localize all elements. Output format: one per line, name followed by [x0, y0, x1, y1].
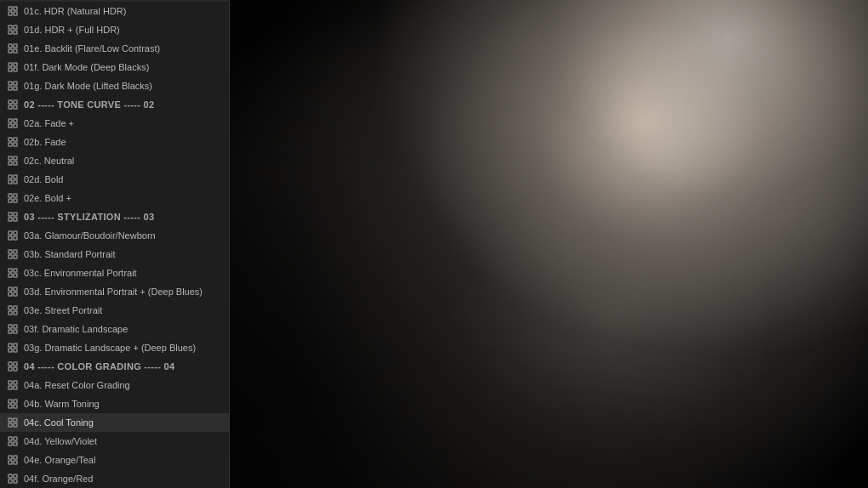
sidebar-item-item-01g[interactable]: 01g. Dark Mode (Lifted Blacks) [0, 77, 229, 95]
preset-icon [7, 304, 19, 316]
svg-rect-63 [14, 236, 17, 240]
svg-rect-81 [14, 325, 17, 328]
preview-panel [230, 0, 868, 488]
svg-rect-65 [14, 250, 17, 253]
preset-icon [7, 454, 19, 466]
svg-rect-74 [9, 292, 12, 296]
preset-icon [7, 342, 19, 354]
sidebar-item-item-03c[interactable]: 03c. Environmental Portrait [0, 264, 229, 282]
svg-rect-94 [9, 386, 12, 389]
svg-rect-60 [9, 231, 12, 235]
svg-rect-21 [14, 44, 17, 48]
sidebar-item-item-03d[interactable]: 03d. Environmental Portrait + (Deep Blue… [0, 282, 229, 301]
svg-rect-84 [9, 343, 12, 347]
sidebar-item-item-03g[interactable]: 03g. Dramatic Landscape + (Deep Blues) [0, 338, 229, 357]
svg-rect-44 [9, 156, 12, 160]
svg-rect-91 [14, 367, 17, 371]
preset-icon [7, 379, 19, 391]
svg-rect-34 [9, 105, 12, 109]
sidebar-item-label: 02d. Bold [24, 174, 63, 184]
sidebar-item-item-03f[interactable]: 03f. Dramatic Landscape [0, 320, 229, 338]
sidebar-item-label: 02a. Fade + [24, 118, 74, 128]
sidebar-item-item-02a[interactable]: 02a. Fade + [0, 114, 229, 133]
svg-rect-36 [9, 119, 12, 122]
sidebar-item-item-04e[interactable]: 04e. Orange/Teal [0, 451, 229, 469]
sidebar-item-item-04d[interactable]: 04d. Yellow/Violet [0, 432, 229, 451]
svg-rect-111 [14, 461, 17, 464]
sidebar-item-item-04c[interactable]: 04c. Cool Toning [0, 413, 229, 432]
sidebar-item-item-04f[interactable]: 04f. Orange/Red [0, 469, 229, 488]
sidebar-item-label: 01d. HDR + (Full HDR) [24, 25, 120, 35]
svg-rect-67 [14, 255, 17, 258]
sidebar-item-item-01d[interactable]: 01d. HDR + (Full HDR) [0, 20, 229, 39]
svg-rect-59 [14, 218, 17, 221]
svg-rect-56 [9, 213, 12, 216]
svg-rect-83 [14, 330, 17, 333]
svg-rect-38 [9, 124, 12, 128]
sidebar-item-section-02[interactable]: 02 ----- TONE CURVE ----- 02 [0, 95, 229, 114]
preset-icon [7, 155, 19, 167]
svg-rect-110 [9, 461, 12, 464]
svg-rect-75 [14, 292, 17, 296]
preset-icon [7, 136, 19, 148]
svg-rect-97 [14, 400, 17, 403]
sidebar-item-item-01f[interactable]: 01f. Dark Mode (Deep Blacks) [0, 58, 229, 77]
svg-rect-58 [9, 218, 12, 221]
svg-rect-20 [9, 44, 12, 48]
sidebar-item-item-03a[interactable]: 03a. Glamour/Boudoir/Newborn [0, 226, 229, 245]
svg-rect-27 [14, 68, 17, 71]
svg-rect-76 [9, 306, 12, 309]
svg-rect-61 [14, 231, 17, 235]
svg-rect-19 [14, 31, 17, 34]
svg-rect-82 [9, 330, 12, 333]
preset-icon [7, 192, 19, 204]
preset-icon [7, 360, 19, 372]
sidebar-item-item-01c[interactable]: 01c. HDR (Natural HDR) [0, 2, 229, 20]
sidebar-item-section-03[interactable]: 03 ----- STYLIZATION ----- 03 [0, 207, 229, 226]
svg-rect-28 [9, 82, 12, 85]
svg-rect-62 [9, 236, 12, 240]
preset-icon [7, 417, 19, 428]
svg-rect-96 [9, 400, 12, 403]
preset-icon [7, 230, 19, 241]
svg-rect-102 [9, 423, 12, 427]
sidebar-item-item-03b[interactable]: 03b. Standard Portrait [0, 245, 229, 264]
sidebar-item-label: 04d. Yellow/Violet [24, 436, 97, 446]
sidebar-item-label: 03d. Environmental Portrait + (Deep Blue… [24, 287, 203, 297]
svg-rect-17 [14, 26, 17, 29]
svg-rect-88 [9, 362, 12, 366]
photo-overlay [230, 0, 868, 488]
sidebar-item-item-03e[interactable]: 03e. Street Portrait [0, 301, 229, 320]
svg-rect-15 [14, 12, 17, 15]
sidebar-item-label: 04b. Warm Toning [24, 399, 100, 409]
svg-rect-54 [9, 199, 12, 202]
sidebar-item-item-02e[interactable]: 02e. Bold + [0, 189, 229, 207]
preset-icon [7, 61, 19, 73]
sidebar-item-item-01e[interactable]: 01e. Backlit (Flare/Low Contrast) [0, 39, 229, 58]
sidebar-item-item-04a[interactable]: 04a. Reset Color Grading [0, 376, 229, 394]
sidebar-item-label: 01f. Dark Mode (Deep Blacks) [24, 62, 149, 72]
sidebar-item-section-04[interactable]: 04 ----- COLOR GRADING ----- 04 [0, 357, 229, 376]
preset-icon [7, 267, 19, 279]
sidebar-item-label: 03 ----- STYLIZATION ----- 03 [24, 212, 154, 222]
sidebar-item-label: 03e. Street Portrait [24, 305, 102, 315]
sidebar-item-label: 03f. Dramatic Landscape [24, 324, 128, 334]
preset-icon [7, 24, 19, 36]
svg-rect-25 [14, 63, 17, 66]
sidebar-item-item-02b[interactable]: 02b. Fade [0, 133, 229, 151]
svg-rect-93 [14, 381, 17, 384]
sidebar: 01 ------ BW PROFILE + LIGHTING ----- 01… [0, 0, 230, 488]
sidebar-item-label: 04a. Reset Color Grading [24, 380, 130, 390]
svg-rect-37 [14, 119, 17, 122]
svg-rect-51 [14, 180, 17, 184]
sidebar-item-item-02c[interactable]: 02c. Neutral [0, 151, 229, 170]
sidebar-item-item-04b[interactable]: 04b. Warm Toning [0, 394, 229, 413]
sidebar-item-item-02d[interactable]: 02d. Bold [0, 170, 229, 189]
svg-rect-45 [14, 156, 17, 160]
sidebar-item-label: 01g. Dark Mode (Lifted Blacks) [24, 81, 152, 91]
svg-rect-41 [14, 138, 17, 141]
svg-rect-39 [14, 124, 17, 128]
svg-rect-72 [9, 287, 12, 291]
svg-rect-90 [9, 367, 12, 371]
svg-rect-85 [14, 343, 17, 347]
